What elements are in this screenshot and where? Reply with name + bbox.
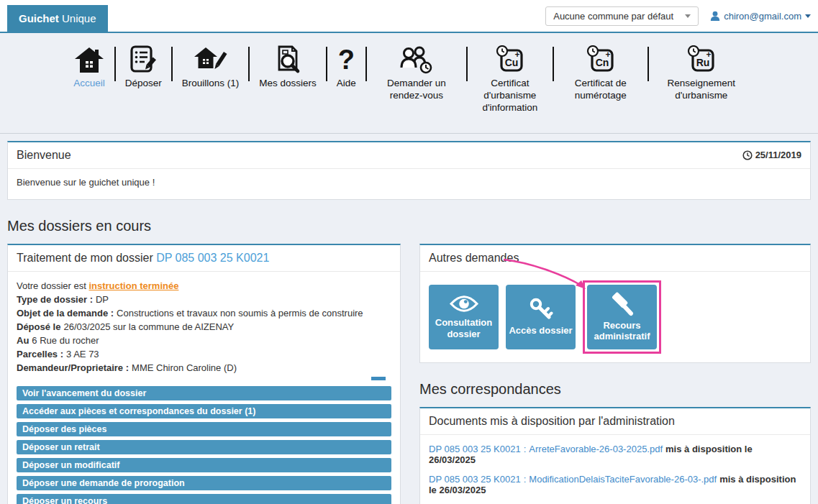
app-logo[interactable]: Guichet Unique <box>7 5 108 32</box>
nav-item-accueil[interactable]: Accueil <box>64 42 114 90</box>
renseignement-ru-icon: Ru + <box>686 42 717 74</box>
app-logo-bold: Guichet <box>19 12 59 24</box>
commune-select[interactable]: Aucune commune par défaut <box>545 6 699 26</box>
nav-label: Renseignement d'urbanisme <box>658 78 745 102</box>
tile-label: Recours administratif <box>590 320 654 342</box>
app-logo-light: Unique <box>62 12 96 24</box>
nav-label: Demander un rendez-vous <box>376 78 457 102</box>
action-deposer-pieces-button[interactable]: Déposer des pièces <box>17 422 391 436</box>
help-question-icon: ? <box>338 42 355 74</box>
section-title-dossiers: Mes dossiers en cours <box>7 218 811 234</box>
collapse-toggle[interactable] <box>371 377 386 380</box>
document-row: DP 085 003 25 K0021:ArreteFavorable-26-0… <box>429 444 801 465</box>
dossier-status-link[interactable]: instruction terminée <box>88 280 178 291</box>
svg-text:+: + <box>605 50 610 60</box>
action-deposer-modificatif-button[interactable]: Déposer un modificatif <box>17 458 391 472</box>
user-menu[interactable]: chiron@gmail.com <box>710 11 811 22</box>
nav-item-aide[interactable]: ? Aide <box>327 42 365 90</box>
svg-text:+: + <box>514 50 519 60</box>
deposit-form-icon <box>129 42 158 74</box>
dossier-details: Votre dossier est instruction terminée T… <box>8 272 400 381</box>
tile-label: Consultation dossier <box>432 317 496 339</box>
document-file-link[interactable]: ArreteFavorable-26-03-2025.pdf <box>529 444 663 454</box>
tile-acces-dossier[interactable]: Accès dossier <box>506 285 576 349</box>
document-file-link[interactable]: ModificationDelaisTaciteFavorable-26-03-… <box>529 474 717 485</box>
nav-item-renseignement-urbanisme[interactable]: Ru + Renseignement d'urbanisme <box>649 42 754 102</box>
document-row: DP 085 003 25 K0021:ModificationDelaisTa… <box>429 474 801 495</box>
user-email: chiron@gmail.com <box>724 11 801 22</box>
nav-item-rendez-vous[interactable]: Demander un rendez-vous <box>367 42 466 102</box>
top-bar: Guichet Unique Aucune commune par défaut… <box>0 0 818 33</box>
commune-select-value: Aucune commune par défaut <box>553 11 673 22</box>
certificate-cu-icon: Cu + <box>494 42 526 74</box>
autres-demandes-title: Autres demandes <box>429 252 519 265</box>
dossier-title-prefix: Traitement de mon dossier <box>17 252 153 264</box>
action-deposer-prorogation-button[interactable]: Déposer une demande de prorogation <box>17 476 391 490</box>
nav-item-deposer[interactable]: Déposer <box>116 42 171 90</box>
svg-text:+: + <box>706 50 711 60</box>
nav-label: Aide <box>337 78 356 90</box>
nav-label: Certificat d'urbanisme d'information <box>477 78 543 114</box>
dossier-status-prefix: Votre dossier est <box>17 280 86 291</box>
welcome-panel: Bienvenue 25/11/2019 Bienvenue sur le gu… <box>7 141 811 200</box>
dossier-actions: Voir l'avancement du dossier Accéder aux… <box>8 386 400 504</box>
autres-demandes-panel: Autres demandes Consultation dossier <box>419 244 811 363</box>
nav-item-certificat-numerotage[interactable]: Cn + Certificat de numérotage <box>554 42 647 102</box>
folder-search-icon <box>274 42 301 74</box>
correspondances-panel: Documents mis à disposition par l'admini… <box>419 407 811 504</box>
nav-label: Déposer <box>125 78 162 90</box>
tile-consultation-dossier[interactable]: Consultation dossier <box>429 285 499 349</box>
welcome-message: Bienvenue sur le guichet unique ! <box>8 169 810 199</box>
chevron-down-icon <box>685 14 691 18</box>
document-reference-link[interactable]: DP 085 003 25 K0021 <box>429 444 521 454</box>
nav-label: Accueil <box>73 78 105 90</box>
chevron-down-icon <box>805 14 811 18</box>
clock-icon <box>742 150 753 160</box>
action-pieces-correspondances-button[interactable]: Accéder aux pièces et correspondances du… <box>17 404 391 418</box>
action-deposer-recours-button[interactable]: Déposer un recours <box>17 494 391 504</box>
gavel-icon <box>609 292 635 316</box>
autres-demandes-tiles: Consultation dossier Accès dossier <box>420 272 810 362</box>
dossier-panel: Traitement de mon dossier DP 085 003 25 … <box>7 244 401 504</box>
tile-recours-administratif[interactable]: Recours administratif <box>587 285 657 349</box>
main-nav: Accueil Déposer <box>0 33 818 134</box>
nav-item-mes-dossiers[interactable]: Mes dossiers <box>250 42 326 90</box>
section-title-correspondances: Mes correspondances <box>419 381 811 398</box>
nav-item-brouillons[interactable]: Brouillons (1) <box>173 42 249 90</box>
welcome-title: Bienvenue <box>17 149 71 162</box>
dossier-reference-link[interactable]: DP 085 003 25 K0021 <box>156 252 269 264</box>
nav-item-certificat-urbanisme[interactable]: Cu + Certificat d'urbanisme d'informatio… <box>468 42 553 114</box>
annotation-highlight: Recours administratif <box>583 280 661 354</box>
tile-label: Accès dossier <box>509 325 572 336</box>
action-deposer-retrait-button[interactable]: Déposer un retrait <box>17 440 391 454</box>
drafts-house-pencil-icon <box>194 42 228 74</box>
action-avancement-button[interactable]: Voir l'avancement du dossier <box>17 386 391 400</box>
certificate-cn-icon: Cn + <box>585 42 617 74</box>
document-reference-link[interactable]: DP 085 003 25 K0021 <box>429 474 521 485</box>
user-icon <box>710 11 720 21</box>
nav-label: Mes dossiers <box>259 78 317 90</box>
key-icon <box>529 297 553 321</box>
nav-label: Certificat de numérotage <box>563 78 638 102</box>
eye-icon <box>449 294 479 313</box>
appointment-people-clock-icon <box>399 42 434 74</box>
correspondances-panel-title: Documents mis à disposition par l'admini… <box>429 415 675 428</box>
document-list: DP 085 003 25 K0021:ArreteFavorable-26-0… <box>420 435 810 504</box>
home-icon <box>74 42 104 74</box>
nav-label: Brouillons (1) <box>182 78 240 90</box>
welcome-date: 25/11/2019 <box>742 150 801 160</box>
